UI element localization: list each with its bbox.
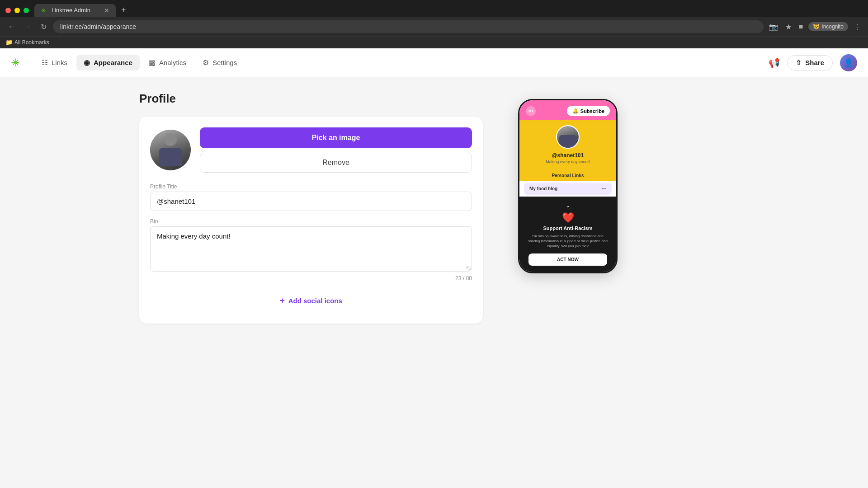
tab-favicon-icon: ✳ — [41, 7, 48, 14]
nav-tab-settings-label: Settings — [212, 59, 237, 66]
phone-cause-desc: I'm raising awareness, driving donations… — [526, 234, 610, 249]
analytics-icon: ▩ — [149, 58, 156, 67]
nav-tab-links-label: Links — [52, 59, 67, 66]
char-count: 23 / 80 — [150, 275, 472, 282]
plus-icon: + — [280, 296, 285, 305]
notification-btn[interactable]: 📢 — [769, 57, 780, 68]
back-btn[interactable]: ← — [5, 21, 18, 33]
add-social-label: Add social icons — [288, 297, 342, 305]
page-title: Profile — [139, 92, 483, 106]
incognito-icon: 😿 — [813, 23, 820, 30]
remove-btn[interactable]: Remove — [200, 153, 472, 173]
extensions-icon[interactable]: ■ — [797, 21, 805, 33]
window-close-btn[interactable] — [5, 8, 11, 13]
left-panel: Profile Pick an image Remove — [139, 92, 483, 324]
phone-link-dots-icon: ••• — [601, 186, 606, 191]
profile-image-row: Pick an image Remove — [150, 127, 472, 173]
phone-top-bar: ••• 🔔 Subscribe — [519, 100, 616, 120]
phone-mockup: ••• 🔔 Subscribe @shanet101 Making every … — [518, 99, 618, 273]
bell-icon: 🔔 — [572, 108, 579, 114]
nav-tab-links[interactable]: ☷ Links — [34, 55, 75, 70]
tab-title: Linktree Admin — [52, 7, 100, 14]
avatar[interactable]: 👤 — [840, 54, 857, 71]
phone-avatar-body-mini — [559, 135, 576, 148]
profile-avatar-inner — [150, 130, 191, 170]
add-social-btn[interactable]: + Add social icons — [150, 289, 472, 313]
appearance-icon: ◉ — [84, 58, 90, 67]
app-header: ✳ ☷ Links ◉ Appearance ▩ Analytics ⚙ Set… — [0, 48, 868, 77]
browser-tab[interactable]: ✳ Linktree Admin ✕ — [34, 4, 116, 17]
nav-tab-analytics[interactable]: ▩ Analytics — [142, 55, 193, 70]
bio-label: Bio — [150, 218, 472, 225]
nav-tab-settings[interactable]: ⚙ Settings — [195, 55, 244, 70]
logo[interactable]: ✳ — [11, 56, 20, 69]
notification-dot — [775, 58, 779, 62]
pick-image-btn[interactable]: Pick an image — [200, 127, 472, 148]
profile-title-input[interactable] — [150, 192, 472, 211]
avatar-head — [164, 133, 177, 146]
chevron-down-icon: ⌄ — [566, 202, 570, 209]
phone-personal-links-label: Personal Links — [519, 171, 616, 181]
profile-avatar — [150, 130, 191, 170]
phone-heart-icon: ❤️ — [526, 212, 610, 224]
share-label: Share — [805, 59, 824, 66]
forward-btn[interactable]: → — [22, 21, 34, 33]
avatar-body — [159, 148, 182, 166]
incognito-badge: 😿 Incognito — [808, 22, 848, 31]
window-min-btn[interactable] — [14, 8, 20, 13]
profile-card: Pick an image Remove Profile Title Bio M… — [139, 117, 483, 324]
right-panel: ••• 🔔 Subscribe @shanet101 Making every … — [505, 92, 631, 324]
bookmarks-label: All Bookmarks — [14, 39, 49, 46]
refresh-btn[interactable]: ↻ — [38, 21, 49, 33]
phone-bio-text: Making every day count! — [526, 160, 610, 164]
profile-title-field: Profile Title — [150, 183, 472, 211]
phone-black-section: ⌄ ❤️ Support Anti-Racism I'm raising awa… — [519, 197, 616, 272]
window-max-btn[interactable] — [24, 8, 29, 13]
subscribe-label: Subscribe — [580, 108, 604, 114]
profile-title-label: Profile Title — [150, 183, 472, 190]
url-bar[interactable] — [53, 20, 764, 33]
settings-icon: ⚙ — [203, 58, 209, 67]
share-icon: ⇧ — [796, 59, 802, 67]
header-right: 📢 ⇧ Share 👤 — [769, 54, 857, 71]
links-icon: ☷ — [42, 58, 48, 67]
phone-cause-title: Support Anti-Racism — [526, 225, 610, 231]
tab-close-btn[interactable]: ✕ — [104, 7, 109, 14]
phone-menu-dot: ••• — [526, 106, 536, 116]
bio-textarea[interactable]: Making every day count! — [150, 226, 472, 272]
image-buttons: Pick an image Remove — [200, 127, 472, 173]
nav-tab-analytics-label: Analytics — [159, 59, 186, 66]
phone-profile-avatar — [556, 125, 580, 149]
camera-icon[interactable]: 📷 — [767, 21, 780, 33]
nav-tab-appearance[interactable]: ◉ Appearance — [76, 55, 140, 70]
bookmark-icon[interactable]: ★ — [783, 21, 793, 33]
phone-link-item: My food blog ••• — [524, 183, 612, 195]
main-content: Profile Pick an image Remove — [118, 77, 750, 338]
phone-expand-btn: ⌄ — [526, 201, 610, 209]
subscribe-pill: 🔔 Subscribe — [567, 106, 610, 116]
phone-username: @shanet101 — [526, 152, 610, 159]
avatar-placeholder: 👤 — [844, 58, 854, 68]
bio-field: Bio Making every day count! ⇱ 23 / 80 — [150, 218, 472, 282]
bio-wrapper: Making every day count! ⇱ — [150, 226, 472, 273]
menu-btn[interactable]: ⋮ — [852, 21, 863, 33]
phone-link-text: My food blog — [529, 186, 557, 191]
nav-tab-appearance-label: Appearance — [94, 59, 132, 66]
bookmarks-folder-icon: 📁 — [5, 39, 13, 46]
share-btn[interactable]: ⇧ Share — [787, 55, 833, 70]
new-tab-btn[interactable]: + — [118, 4, 130, 17]
resize-handle-icon: ⇱ — [466, 265, 470, 272]
phone-act-btn: ACT NOW — [528, 253, 607, 266]
incognito-label: Incognito — [821, 23, 844, 30]
main-nav: ☷ Links ◉ Appearance ▩ Analytics ⚙ Setti… — [34, 55, 769, 70]
phone-profile-section: @shanet101 Making every day count! — [519, 120, 616, 171]
logo-icon: ✳ — [11, 56, 20, 69]
